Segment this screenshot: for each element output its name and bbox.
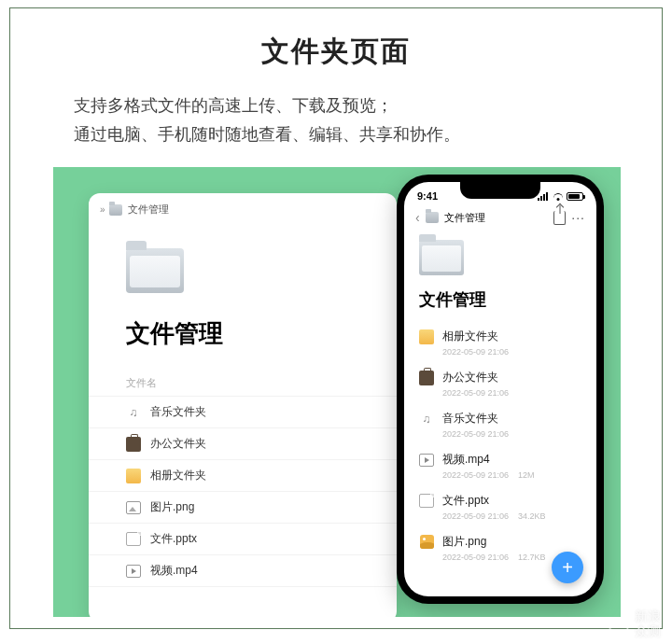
- share-icon[interactable]: [553, 211, 566, 225]
- file-row[interactable]: 视频.mp42022-05-09 21:0612M: [404, 445, 596, 486]
- file-row[interactable]: 视频.mp4: [89, 554, 397, 587]
- file-icon: [419, 494, 434, 508]
- chevrons-icon: »: [100, 204, 104, 215]
- file-name: 音乐文件夹: [150, 404, 206, 420]
- file-row[interactable]: 相册文件夹: [89, 459, 397, 491]
- file-row[interactable]: ♫音乐文件夹: [89, 396, 397, 427]
- promo-line-1: 支持多格式文件的高速上传、下载及预览；: [74, 91, 617, 120]
- breadcrumb-label: 文件管理: [128, 203, 169, 217]
- column-header-name: 文件名: [126, 376, 397, 390]
- file-name: 视频.mp4: [150, 563, 198, 579]
- file-name: 办公文件夹: [442, 370, 498, 385]
- file-row[interactable]: 文件.pptx: [89, 523, 397, 554]
- promo-line-2: 通过电脑、手机随时随地查看、编辑、共享和协作。: [74, 120, 617, 149]
- file-size: 34.2KB: [518, 511, 546, 521]
- video-icon: [419, 454, 434, 467]
- watermark-eye-icon: [609, 618, 629, 631]
- breadcrumb-label: 文件管理: [444, 211, 485, 225]
- desktop-file-list: ♫音乐文件夹办公文件夹相册文件夹图片.png文件.pptx视频.mp4: [89, 396, 397, 587]
- watermark-line1: 新浪: [635, 609, 661, 623]
- phone-file-list: 相册文件夹2022-05-09 21:06办公文件夹2022-05-09 21:…: [404, 322, 596, 568]
- file-name: 相册文件夹: [442, 329, 498, 344]
- more-icon[interactable]: ···: [571, 214, 585, 221]
- file-name: 文件.pptx: [150, 531, 197, 547]
- file-row[interactable]: 图片.png: [89, 491, 397, 523]
- signal-icon: [538, 192, 550, 201]
- file-time: 2022-05-09 21:06: [442, 347, 509, 357]
- stage: » 文件管理 文件管理 文件名 ♫音乐文件夹办公文件夹相册文件夹图片.png文件…: [53, 167, 621, 617]
- file-name: 图片.png: [442, 534, 486, 550]
- image-icon: [419, 535, 434, 550]
- file-icon: [126, 532, 141, 546]
- file-name: 办公文件夹: [150, 436, 206, 452]
- phone-title: 文件管理: [419, 288, 596, 311]
- file-row[interactable]: 办公文件夹2022-05-09 21:06: [404, 363, 596, 404]
- back-icon[interactable]: ‹: [415, 210, 420, 225]
- file-row[interactable]: ♫音乐文件夹2022-05-09 21:06: [404, 404, 596, 445]
- briefcase-icon: [126, 437, 141, 452]
- music-icon: ♫: [419, 412, 434, 427]
- file-time: 2022-05-09 21:06: [442, 511, 509, 521]
- phone-breadcrumb: ‹ 文件管理 ···: [404, 204, 596, 231]
- watermark-line2: 众测: [635, 624, 661, 638]
- desktop-title: 文件管理: [126, 317, 397, 350]
- phone-notch: [460, 182, 540, 199]
- album-folder-icon: [126, 469, 141, 483]
- briefcase-icon: [419, 371, 434, 385]
- add-button[interactable]: +: [552, 552, 583, 583]
- phone-screen: 9:41 ‹ 文件管理 ··· 文件管理 相册文: [404, 182, 596, 596]
- file-size: 12M: [518, 470, 535, 480]
- music-icon: ♫: [126, 405, 141, 420]
- video-icon: [126, 565, 141, 578]
- wifi-icon: [553, 192, 564, 201]
- status-time: 9:41: [417, 190, 438, 202]
- file-time: 2022-05-09 21:06: [442, 553, 509, 562]
- watermark: 新浪 众测: [609, 609, 661, 638]
- file-name: 视频.mp4: [442, 452, 490, 468]
- promo-subtext: 支持多格式文件的高速上传、下载及预览； 通过电脑、手机随时随地查看、编辑、共享和…: [74, 91, 617, 148]
- breadcrumb[interactable]: » 文件管理: [89, 193, 397, 226]
- file-time: 2022-05-09 21:06: [442, 470, 509, 480]
- folder-hero-icon: [126, 248, 184, 293]
- promo-card: 文件夹页面 支持多格式文件的高速上传、下载及预览； 通过电脑、手机随时随地查看、…: [9, 7, 663, 629]
- file-name: 图片.png: [150, 499, 194, 515]
- image-icon: [126, 501, 141, 514]
- file-size: 12.7KB: [518, 553, 546, 562]
- folder-hero-icon: [419, 240, 464, 275]
- file-row[interactable]: 相册文件夹2022-05-09 21:06: [404, 322, 596, 363]
- phone-frame: 9:41 ‹ 文件管理 ··· 文件管理 相册文: [397, 175, 604, 604]
- folder-icon: [109, 204, 122, 216]
- file-name: 文件.pptx: [442, 493, 489, 509]
- file-time: 2022-05-09 21:06: [442, 388, 509, 398]
- promo-heading: 文件夹页面: [10, 33, 662, 71]
- battery-icon: [567, 192, 583, 201]
- file-time: 2022-05-09 21:06: [442, 429, 509, 439]
- file-name: 相册文件夹: [150, 468, 206, 483]
- file-name: 音乐文件夹: [442, 411, 498, 427]
- desktop-window: » 文件管理 文件管理 文件名 ♫音乐文件夹办公文件夹相册文件夹图片.png文件…: [89, 193, 397, 617]
- file-row[interactable]: 办公文件夹: [89, 427, 397, 459]
- album-folder-icon: [419, 329, 434, 344]
- file-row[interactable]: 文件.pptx2022-05-09 21:0634.2KB: [404, 486, 596, 527]
- folder-icon: [426, 212, 439, 223]
